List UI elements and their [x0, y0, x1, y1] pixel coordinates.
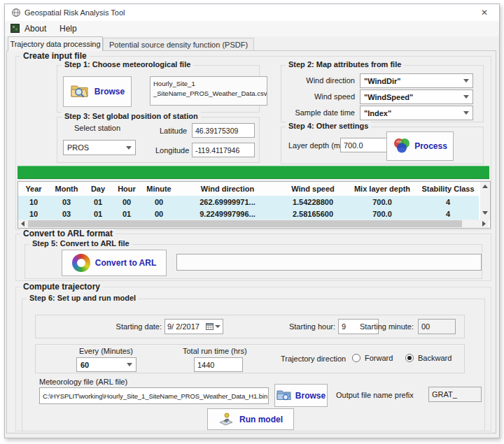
scroll-up-icon[interactable]	[482, 185, 488, 188]
col-year[interactable]: Year	[18, 182, 49, 196]
output-prefix-label: Output file name prefix	[336, 391, 414, 399]
wind-speed-combo[interactable]: "WindSpeed"	[360, 89, 473, 104]
close-button[interactable]: ✕	[470, 4, 499, 21]
folder-blue-search-icon	[276, 389, 292, 403]
menu-bar: About Help	[5, 21, 499, 36]
every-minutes-combo[interactable]: 60	[76, 357, 136, 372]
output-prefix-input[interactable]: GRAT_	[428, 387, 482, 402]
backward-radio[interactable]	[405, 354, 414, 362]
backward-label: Backward	[418, 354, 451, 362]
convert-to-arl-button[interactable]: Convert to ARL	[62, 250, 167, 276]
convert-arl-group: Convert to ARL format Step 5: Convert to…	[15, 234, 491, 281]
table-header-row: Year Month Day Hour Minute Wind directio…	[18, 182, 479, 196]
wind-direction-label: Wind direction	[281, 76, 355, 85]
run-model-label: Run model	[239, 415, 283, 424]
weather-data-table: Year Month Day Hour Minute Wind directio…	[18, 181, 491, 229]
progress-bar	[18, 166, 489, 179]
forward-radio[interactable]	[352, 354, 360, 362]
starting-minute-input[interactable]: 00	[418, 319, 456, 334]
forward-label: Forward	[365, 354, 393, 362]
run-model-button[interactable]: Run model	[207, 408, 294, 430]
longitude-input[interactable]: -119.4117946	[192, 143, 255, 157]
starting-date-value: 9/ 2/2017	[167, 322, 200, 331]
compute-trajectory-title: Compute trajectory	[20, 282, 103, 292]
tab-trajectory-data-processing[interactable]: Trajectory data processing	[8, 36, 103, 51]
station-combo[interactable]: PROS	[63, 140, 136, 155]
calendar-icon	[206, 322, 214, 331]
about-icon	[10, 24, 20, 34]
col-wind-direction[interactable]: Wind direction	[176, 182, 279, 196]
wind-direction-combo[interactable]: "WindDir"	[360, 73, 473, 88]
step1-group: Step 1: Choose meteorological file Brows…	[57, 65, 260, 113]
step2-title: Step 2: Map attributes from file	[286, 60, 404, 69]
step2-group: Step 2: Map attributes from file Wind di…	[281, 65, 484, 122]
step5-title: Step 5: Convert to ARL file	[29, 239, 132, 248]
wind-speed-value: "WindSpeed"	[364, 93, 413, 101]
chevron-down-icon	[127, 363, 132, 366]
scrollbar-thumb[interactable]	[28, 220, 462, 227]
browse-met-file-button[interactable]: Browse	[63, 76, 132, 107]
step3-group: Step 3: Set global position of station S…	[57, 117, 260, 163]
process-label: Process	[414, 141, 447, 151]
col-month[interactable]: Month	[49, 182, 84, 196]
tab-page: Create input file Step 1: Choose meteoro…	[6, 50, 496, 434]
col-hour[interactable]: Hour	[112, 182, 141, 196]
latitude-input[interactable]: 46.39175309	[192, 123, 255, 138]
start-time-panel: Starting date: 9/ 2/2017 Starting hour: …	[35, 315, 465, 338]
select-station-label: Select station	[74, 124, 120, 132]
starting-minute-label: Starting minute:	[360, 322, 414, 331]
menu-about[interactable]: About	[20, 21, 50, 36]
col-minute[interactable]: Minute	[141, 182, 176, 196]
step4-title: Step 4: Other settings	[286, 122, 371, 130]
chevron-down-icon	[463, 111, 469, 115]
vertical-scrollbar[interactable]	[480, 182, 490, 220]
wind-direction-value: "WindDir"	[364, 77, 401, 85]
col-wind-speed[interactable]: Wind speed	[279, 182, 347, 196]
chevron-down-icon	[463, 79, 469, 83]
convert-progress-field	[176, 254, 482, 271]
step6-group: Step 6: Set up and run model Starting da…	[22, 299, 485, 431]
table-row[interactable]: 10 03 01 00 00 262.69999971... 1.5422880…	[18, 196, 479, 208]
table-row[interactable]: 10 03 01 01 00 9.2249997996... 2.5816560…	[18, 208, 479, 220]
total-run-time-label: Total run time (hrs)	[183, 347, 247, 355]
col-mix-layer-depth[interactable]: Mix layer depth	[347, 182, 417, 196]
scroll-down-icon[interactable]	[482, 211, 488, 215]
title-bar: Geospatial Risk Analysis Tool ✕	[5, 4, 499, 21]
met-file-display: Hourly_Site_1 _SiteName_PROS_Weather_Dat…	[150, 76, 267, 106]
create-input-file-title: Create input file	[20, 51, 90, 61]
tab-psdf[interactable]: Potential source density function (PSDF)	[103, 38, 254, 51]
step4-group: Step 4: Other settings Layer depth (m) 7…	[281, 127, 484, 164]
menu-help[interactable]: Help	[55, 21, 81, 36]
wind-speed-label: Wind speed	[281, 92, 355, 101]
step5-group: Step 5: Convert to ARL file Convert to A…	[24, 244, 482, 279]
step1-title: Step 1: Choose meteorological file	[62, 60, 193, 69]
met-arl-file-label: Meteorology file (ARL file)	[39, 378, 127, 386]
total-run-time-input[interactable]: 1440	[194, 357, 243, 372]
scroll-right-icon[interactable]	[482, 221, 486, 227]
process-button[interactable]: Process	[386, 131, 454, 161]
step3-title: Step 3: Set global position of station	[62, 112, 201, 120]
app-icon	[11, 8, 21, 19]
starting-hour-label: Starting hour:	[276, 322, 335, 331]
scroll-left-icon[interactable]	[21, 221, 24, 227]
sample-datetime-combo[interactable]: "Index"	[360, 106, 473, 120]
met-file-line1: Hourly_Site_1	[153, 79, 195, 89]
convert-arl-title: Convert to ARL format	[20, 229, 115, 238]
horizontal-scrollbar[interactable]	[18, 220, 489, 228]
run-model-icon	[218, 411, 234, 428]
col-stability-class[interactable]: Stability Class	[417, 182, 479, 196]
color-ring-icon	[72, 254, 90, 272]
starting-date-picker[interactable]: 9/ 2/2017	[164, 319, 223, 334]
browse-arl-label: Browse	[295, 391, 326, 401]
browse-arl-button[interactable]: Browse	[274, 384, 328, 407]
create-input-file-group: Create input file Step 1: Choose meteoro…	[15, 56, 491, 230]
col-day[interactable]: Day	[84, 182, 112, 196]
met-arl-file-input[interactable]: C:\HYSPLIT\working\Hourly_Site_1_SiteNam…	[39, 387, 269, 404]
browse-met-file-label: Browse	[94, 87, 125, 96]
every-minutes-value: 60	[80, 361, 89, 369]
starting-date-label: Starting date:	[78, 322, 162, 331]
step6-title: Step 6: Set up and run model	[27, 294, 139, 302]
folder-search-icon	[70, 83, 90, 100]
sample-datetime-value: "Index"	[364, 109, 391, 117]
chevron-down-icon	[215, 325, 220, 328]
